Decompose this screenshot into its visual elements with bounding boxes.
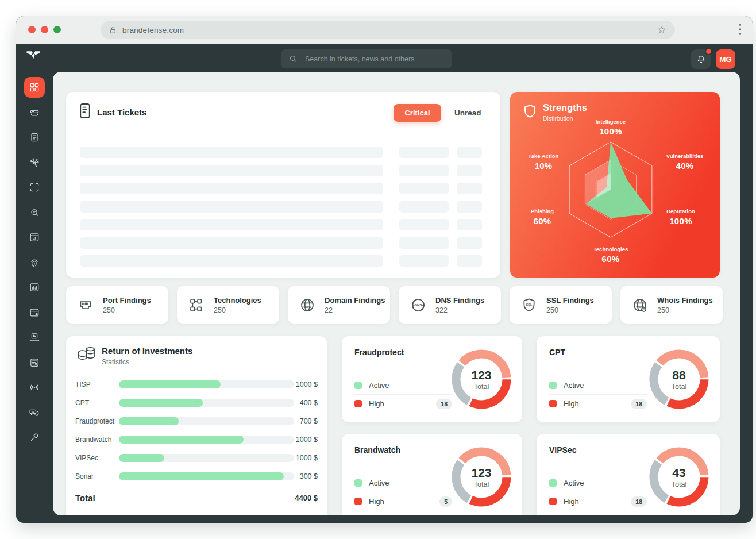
roi-card: Return of Investments Statistics TISP100… [66, 336, 327, 515]
shield-icon [522, 103, 538, 120]
sidebar-item-alerts[interactable] [24, 302, 45, 323]
minimize-window-button[interactable] [41, 26, 48, 33]
high-count-badge: 18 [631, 399, 647, 409]
browser-menu-icon[interactable] [739, 24, 742, 35]
finding-card-technologies[interactable]: Technologies250 [177, 286, 279, 324]
close-window-button[interactable] [28, 26, 36, 33]
sidebar-item-conversations[interactable] [24, 402, 45, 423]
roi-bar-track [119, 399, 294, 407]
donut-chart: 43Total [646, 444, 712, 510]
sidebar-item-notes[interactable] [24, 352, 45, 373]
donut-total: 123 [471, 368, 491, 382]
roi-row: CPT400 $ [75, 394, 318, 412]
roi-total-label: Total [75, 493, 95, 503]
port-icon [76, 296, 95, 314]
search-chat-icon [29, 207, 40, 218]
roi-bar-list: TISP1000 $ CPT400 $ Fraudprotect700 $ Br… [75, 375, 318, 486]
high-count-badge: 18 [631, 496, 647, 507]
globe-whois-icon: www? [631, 296, 649, 314]
roi-bar-fill [119, 436, 244, 444]
high-dot [354, 400, 362, 407]
sidebar-item-reports[interactable] [24, 327, 45, 348]
search-icon [288, 54, 298, 64]
svg-text:?: ? [643, 308, 645, 311]
broadcast-icon [29, 382, 40, 393]
donut-total: 88 [672, 368, 685, 382]
donut-total-label: Total [672, 383, 686, 391]
radar-label: Technologies60% [593, 246, 628, 264]
high-dot [549, 498, 557, 505]
active-dot [549, 382, 557, 389]
notifications-button[interactable] [691, 49, 711, 69]
skeleton-row [80, 183, 482, 194]
finding-card-ssl[interactable]: SSL SSL Findings250 [510, 286, 612, 324]
high-dot [549, 400, 557, 407]
app-header: MG [16, 44, 753, 72]
roi-subtitle: Statistics [102, 358, 129, 366]
browser-chrome: brandefense.com [16, 16, 753, 44]
high-dot [354, 498, 362, 505]
brandefense-logo-icon[interactable] [25, 49, 42, 64]
findings-row: Port Findings250 Technologies250 www Dom… [66, 286, 723, 324]
window-controls [28, 26, 61, 33]
product-title: VIPSec [549, 445, 576, 455]
unread-filter-button[interactable]: Unread [451, 104, 485, 122]
roi-bar-fill [119, 380, 221, 388]
critical-filter-button[interactable]: Critical [394, 104, 441, 122]
coins-icon [75, 344, 98, 364]
global-search[interactable] [281, 49, 452, 68]
sidebar-item-broadcast[interactable] [24, 377, 45, 398]
sidebar-item-tools[interactable] [24, 427, 45, 448]
product-title: CPT [549, 348, 565, 357]
roi-bar-track [119, 436, 294, 444]
sidebar-item-fingerprint[interactable] [24, 252, 45, 273]
sidebar-item-news[interactable] [24, 127, 45, 148]
scan-frame-icon [29, 182, 40, 193]
sidebar-item-dashboard[interactable] [24, 77, 45, 98]
finding-card-dns[interactable]: DNS DNS Findings322 [399, 286, 501, 324]
radar-label: Reputation100% [666, 208, 695, 226]
ticket-document-icon [75, 101, 95, 121]
fullscreen-window-button[interactable] [53, 26, 61, 33]
donut-total: 123 [471, 466, 491, 480]
finding-card-whois[interactable]: www? Whois Findings250 [620, 286, 723, 324]
sidebar-item-search-monitor[interactable] [24, 202, 45, 223]
globe-www-icon: www [298, 296, 317, 314]
sidebar-item-scan[interactable] [24, 177, 45, 198]
bell-icon [696, 54, 707, 65]
roi-row: TISP1000 $ [75, 375, 318, 394]
roi-bar-track [119, 380, 294, 388]
skeleton-row [80, 255, 482, 267]
skeleton-row [80, 201, 482, 213]
technologies-icon [187, 296, 206, 314]
finding-card-port[interactable]: Port Findings250 [66, 286, 168, 324]
active-dot [354, 382, 362, 389]
roi-bar-fill [119, 472, 284, 480]
skeleton-row [80, 237, 482, 249]
bookmark-star-icon[interactable] [657, 25, 667, 35]
donut-total-label: Total [672, 480, 686, 488]
user-avatar[interactable]: MG [716, 49, 735, 69]
finding-card-domain[interactable]: www Domain Findings22 [288, 286, 390, 324]
url-text: brandefense.com [122, 26, 657, 34]
roi-total-value: 4400 $ [295, 494, 318, 502]
product-title: Brandwatch [354, 445, 400, 455]
product-card-vipsec: VIPSec Active High18 43Total [537, 434, 720, 515]
news-icon [29, 132, 40, 143]
roi-bar-fill [119, 454, 164, 462]
roi-title: Return of Investments [102, 346, 192, 356]
donut-total: 43 [672, 466, 685, 480]
sidebar-item-network[interactable] [24, 152, 45, 173]
sidebar-item-tickets[interactable] [24, 102, 45, 123]
donut-chart: 123Total [448, 444, 515, 510]
sidebar-item-scripts[interactable] [24, 227, 45, 248]
roi-bar-fill [119, 399, 203, 407]
donut-total-label: Total [474, 383, 489, 391]
product-card-brandwatch: Brandwatch Active High5 123Total [342, 434, 522, 515]
search-input[interactable] [304, 55, 445, 64]
divider [103, 498, 287, 498]
laptop-report-icon [29, 332, 40, 343]
sidebar-item-analytics[interactable] [24, 277, 45, 298]
donut-total-label: Total [474, 480, 489, 488]
address-bar[interactable]: brandefense.com [101, 21, 675, 39]
